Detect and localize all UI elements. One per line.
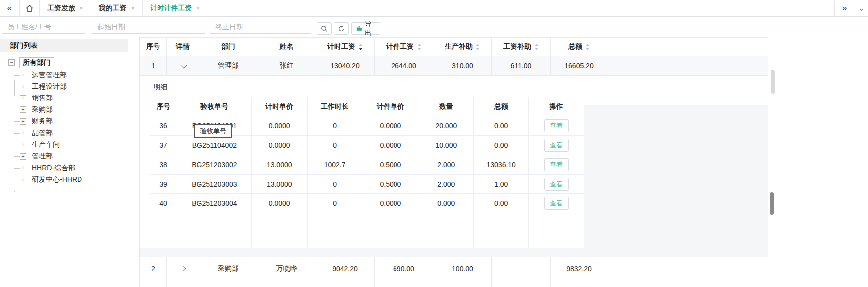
detail-cell: 0.00: [474, 194, 529, 213]
column-header-label: 部门: [221, 42, 235, 51]
sort-desc-icon[interactable]: [476, 48, 480, 50]
department-label: 研发中心-HHRD: [32, 175, 82, 184]
tab-工资发放[interactable]: 工资发放×: [40, 0, 91, 16]
sort-icons[interactable]: [417, 44, 421, 50]
table-scrollbar-thumb[interactable]: [770, 192, 774, 215]
row-cell-empty: [199, 280, 257, 287]
sidebar-item-管理部[interactable]: +管理部: [0, 151, 128, 162]
sidebar-item-销售部[interactable]: +销售部: [0, 93, 128, 104]
view-button[interactable]: 查看: [544, 139, 569, 152]
row-department: 采购部: [199, 257, 257, 280]
tab-计时计件工资[interactable]: 计时计件工资×: [143, 0, 208, 16]
sort-desc-icon[interactable]: [535, 48, 539, 50]
sidebar-item-财务部[interactable]: +财务部: [0, 116, 128, 127]
sidebar-item-工程设计部[interactable]: +工程设计部: [0, 81, 128, 92]
tree-root-label[interactable]: 所有部门: [19, 57, 54, 68]
row-filler: [608, 56, 768, 75]
sidebar-item-品管部[interactable]: +品管部: [0, 127, 128, 139]
tree-expand-icon[interactable]: +: [20, 165, 26, 171]
row-expand-cell[interactable]: [167, 56, 199, 75]
column-header-计时工资[interactable]: 计时工资: [316, 38, 375, 56]
tab-close-icon[interactable]: ×: [131, 4, 135, 12]
sidebar-item-生产车间[interactable]: +生产车间: [0, 139, 128, 150]
home-icon[interactable]: [20, 0, 40, 16]
detail-cell: 0.5000: [363, 155, 419, 174]
sort-asc-icon[interactable]: [417, 44, 421, 46]
sort-asc-icon[interactable]: [586, 44, 590, 46]
tree-expand-icon[interactable]: +: [20, 106, 26, 113]
view-button[interactable]: 查看: [544, 178, 569, 191]
tree-expand-icon[interactable]: +: [20, 95, 26, 101]
search-button[interactable]: [317, 22, 332, 35]
sort-desc-icon[interactable]: [417, 48, 421, 50]
tab-overflow-icon[interactable]: »: [834, 0, 854, 16]
department-label: 生产车间: [32, 140, 60, 149]
row-total: 9832.20: [551, 257, 608, 280]
detail-row: 40BG2512030040.000000.00000.0000.00查看: [150, 194, 584, 213]
detail-tab-mingxi[interactable]: 明细: [154, 83, 167, 92]
sort-asc-icon[interactable]: [359, 44, 363, 46]
start-date-input[interactable]: [92, 21, 205, 34]
sort-desc-icon[interactable]: [359, 48, 363, 50]
wage-row-2[interactable]: 2采购部万晓晔9042.20690.00100.009832.20: [140, 257, 768, 280]
detail-column-工作时长: 工作时长: [308, 97, 363, 116]
tree-expand-icon[interactable]: +: [20, 130, 26, 136]
end-date-input[interactable]: [210, 21, 311, 34]
detail-cell: BG251104002: [177, 136, 252, 155]
view-button[interactable]: 查看: [544, 158, 569, 171]
column-header-label: 序号: [146, 42, 160, 51]
detail-cell: 0.0000: [363, 116, 419, 135]
column-header-计件工资[interactable]: 计件工资: [375, 38, 433, 56]
wage-row-1[interactable]: 1管理部张红13040.202644.00310.00611.0016605.2…: [140, 56, 768, 76]
detail-header: 序号验收单号计时单价工作时长计件单价数量总额操作: [150, 97, 584, 116]
sort-asc-icon[interactable]: [476, 44, 480, 46]
sort-desc-icon[interactable]: [586, 48, 590, 50]
column-header-label: 总额: [568, 42, 582, 51]
tab-close-icon[interactable]: ×: [196, 4, 200, 12]
view-button[interactable]: 查看: [544, 119, 569, 132]
column-header-label: 生产补助: [445, 42, 473, 51]
tree-expand-icon[interactable]: +: [20, 118, 26, 125]
search-icon: [321, 25, 328, 32]
sidebar-item-研发中心-HHRD[interactable]: +研发中心-HHRD: [0, 174, 128, 186]
tab-label: 工资发放: [47, 4, 75, 13]
row-expand-cell[interactable]: [167, 257, 199, 280]
sidebar-item-运营管理部[interactable]: +运营管理部: [0, 69, 128, 81]
column-header-总额[interactable]: 总额: [551, 38, 608, 56]
export-button[interactable]: 导出: [351, 22, 381, 35]
sort-icons[interactable]: [476, 44, 480, 50]
tree-collapse-icon[interactable]: −: [8, 59, 15, 66]
sidebar-item-HHRD-综合部[interactable]: +HHRD-综合部: [0, 162, 128, 174]
tab-label: 计时计件工资: [150, 4, 192, 13]
chevron-right-icon[interactable]: [180, 265, 186, 272]
column-header-生产补助[interactable]: 生产补助: [433, 38, 492, 56]
tree-root-all-departments[interactable]: − 所有部门: [0, 56, 128, 69]
tree-expand-icon[interactable]: +: [20, 72, 26, 78]
view-button[interactable]: 查看: [544, 197, 569, 210]
filter-bar: 导出: [0, 17, 868, 35]
chevron-down-icon[interactable]: [180, 62, 187, 68]
tab-我的工资[interactable]: 我的工资×: [91, 0, 143, 16]
detail-cell: 0: [308, 116, 363, 135]
tab-dropdown-icon[interactable]: ⌄: [854, 0, 868, 16]
sort-icons[interactable]: [535, 44, 539, 50]
tab-close-icon[interactable]: ×: [79, 4, 83, 12]
detail-expansion: 明细 序号验收单号计时单价工作时长计件单价数量总额操作36BG251104001…: [140, 76, 768, 257]
department-sidebar: 部门列表 − 所有部门 +运营管理部+工程设计部+销售部+采购部+财务部+品管部…: [0, 35, 128, 287]
row-hourly-wage: 9042.20: [316, 257, 375, 280]
tree-expand-icon[interactable]: +: [20, 153, 26, 160]
column-header-工资补助[interactable]: 工资补助: [492, 38, 551, 56]
tabbar-right: » ⌄: [834, 0, 868, 16]
employee-search-input[interactable]: [2, 21, 85, 34]
sort-asc-icon[interactable]: [535, 44, 539, 46]
tree-expand-icon[interactable]: +: [20, 177, 26, 183]
sort-icons[interactable]: [586, 44, 590, 50]
department-label: 品管部: [32, 129, 53, 138]
sidebar-item-采购部[interactable]: +采购部: [0, 104, 128, 115]
refresh-button[interactable]: [334, 22, 349, 35]
collapse-tabs-icon[interactable]: «: [0, 0, 20, 16]
tree-expand-icon[interactable]: +: [20, 84, 26, 90]
tree-expand-icon[interactable]: +: [20, 142, 26, 148]
sort-icons[interactable]: [359, 44, 363, 50]
page-scrollbar-thumb[interactable]: [771, 70, 775, 94]
